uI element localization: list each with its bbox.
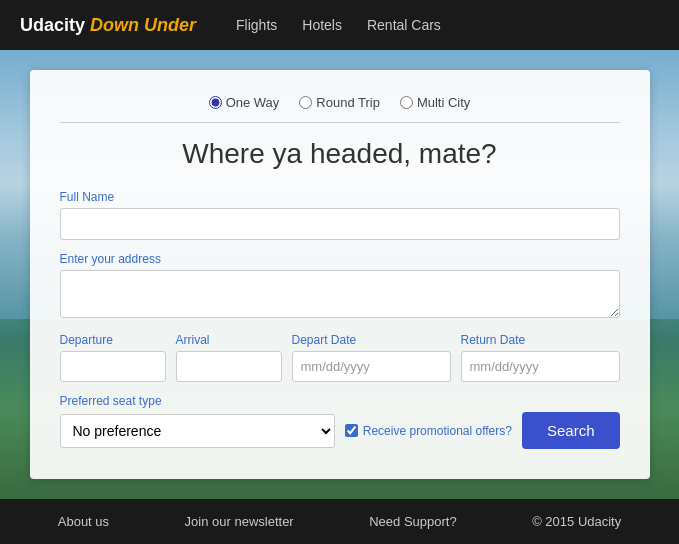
nav-flights[interactable]: Flights [236,17,277,33]
depart-date-label: Depart Date [292,333,451,347]
arrival-label: Arrival [176,333,282,347]
one-way-label[interactable]: One Way [209,95,280,110]
trip-type-selector: One Way Round Trip Multi City [60,95,620,123]
return-date-input[interactable] [461,351,620,382]
booking-form-card: One Way Round Trip Multi City Where ya h… [30,70,650,479]
footer-about: About us [58,514,109,529]
travel-fields-row: Departure Arrival Depart Date Return Dat… [60,333,620,382]
arrival-group: Arrival [176,333,282,382]
header: Udacity Down Under Flights Hotels Rental… [0,0,679,50]
round-trip-label[interactable]: Round Trip [299,95,380,110]
promo-checkbox[interactable] [345,424,358,437]
full-name-input[interactable] [60,208,620,240]
multi-city-radio[interactable] [400,96,413,109]
promo-wrap: Receive promotional offers? [345,424,512,438]
seat-type-label: Preferred seat type [60,394,620,408]
depart-date-group: Depart Date [292,333,451,382]
multi-city-label[interactable]: Multi City [400,95,470,110]
main-nav: Flights Hotels Rental Cars [236,17,441,33]
one-way-radio[interactable] [209,96,222,109]
search-button[interactable]: Search [522,412,620,449]
footer: About us Join our newsletter Need Suppor… [0,499,679,544]
departure-group: Departure [60,333,166,382]
seat-group: No preference Window Aisle Middle [60,414,335,448]
departure-label: Departure [60,333,166,347]
arrival-input[interactable] [176,351,282,382]
return-date-group: Return Date [461,333,620,382]
return-date-label: Return Date [461,333,620,347]
promo-label[interactable]: Receive promotional offers? [363,424,512,438]
round-trip-radio[interactable] [299,96,312,109]
full-name-label: Full Name [60,190,620,204]
logo: Udacity Down Under [20,15,196,36]
main-background: One Way Round Trip Multi City Where ya h… [0,50,679,499]
one-way-text: One Way [226,95,280,110]
depart-date-input[interactable] [292,351,451,382]
bottom-row: No preference Window Aisle Middle Receiv… [60,412,620,449]
multi-city-text: Multi City [417,95,470,110]
seat-type-select[interactable]: No preference Window Aisle Middle [60,414,335,448]
departure-input[interactable] [60,351,166,382]
nav-rental-cars[interactable]: Rental Cars [367,17,441,33]
seat-select-wrap: No preference Window Aisle Middle [60,414,335,448]
round-trip-text: Round Trip [316,95,380,110]
footer-copyright: © 2015 Udacity [532,514,621,529]
logo-udacity: Udacity [20,15,85,36]
logo-tagline: Down Under [90,15,196,36]
footer-support: Need Support? [369,514,456,529]
address-input[interactable] [60,270,620,318]
footer-newsletter: Join our newsletter [185,514,294,529]
form-heading: Where ya headed, mate? [60,138,620,170]
nav-hotels[interactable]: Hotels [302,17,342,33]
address-label: Enter your address [60,252,620,266]
